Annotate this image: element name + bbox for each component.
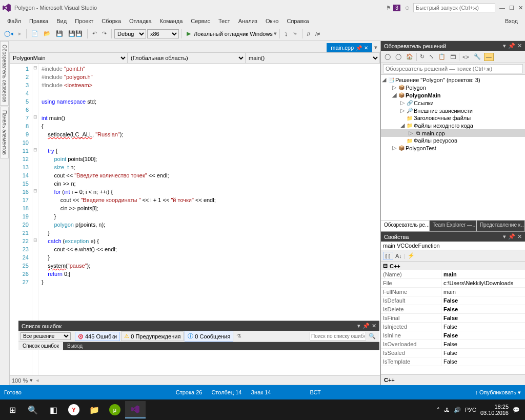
panel-pin-icon[interactable]: 📌: [508, 43, 515, 49]
tree-item[interactable]: ◢📦PolygonMain: [381, 91, 525, 99]
explorer-icon[interactable]: 📁: [84, 401, 105, 418]
config-dropdown[interactable]: Debug: [114, 29, 146, 38]
server-explorer-tab[interactable]: Обозреватель серверов: [0, 41, 9, 106]
minimize-icon[interactable]: —: [499, 5, 505, 11]
show-all-icon[interactable]: 📋: [437, 53, 447, 61]
region-dropdown[interactable]: (Глобальная область): [128, 53, 246, 63]
tab-close-icon[interactable]: ✕: [364, 45, 368, 51]
collapse-cat-icon[interactable]: ⊟: [383, 263, 388, 269]
save-icon[interactable]: 💾: [54, 29, 65, 38]
tab-class-view[interactable]: Представление к…: [477, 221, 525, 231]
refresh-icon[interactable]: ↻: [418, 53, 426, 61]
menu-build[interactable]: Сборка: [97, 17, 125, 25]
menu-project[interactable]: Проект: [71, 17, 97, 25]
start-debug-icon[interactable]: ▶: [185, 29, 193, 38]
new-project-icon[interactable]: 📄: [29, 29, 41, 38]
toolbox-tab[interactable]: Панель элементов: [0, 107, 9, 158]
utorrent-icon[interactable]: μ: [105, 401, 125, 418]
errors-chip[interactable]: ⮾445 Ошибки: [75, 332, 120, 341]
search-icon[interactable]: 🔍: [367, 333, 377, 339]
undo-icon[interactable]: ↶: [90, 29, 99, 38]
uncomment-icon[interactable]: /≠: [313, 30, 322, 38]
tab-main-cpp[interactable]: main.cpp 📌 ✕: [327, 43, 372, 52]
property-row[interactable]: IsDefaultFalse: [381, 296, 525, 305]
collapse-icon[interactable]: ⤡: [428, 53, 435, 61]
categorized-icon[interactable]: ⫿⫿: [383, 252, 393, 260]
menu-window[interactable]: Окно: [261, 17, 283, 25]
property-row[interactable]: FullNamemain: [381, 288, 525, 296]
redo-icon[interactable]: ↷: [100, 29, 109, 38]
error-search-input[interactable]: [310, 332, 366, 341]
menu-team[interactable]: Команда: [156, 17, 187, 25]
menu-debug[interactable]: Отладка: [125, 17, 155, 25]
solution-root[interactable]: ◢📑Решение "Polygon" (проектов: 3): [381, 76, 525, 84]
publish-button[interactable]: ↑ Опубликовать ▾: [475, 389, 521, 396]
yandex-icon[interactable]: Y: [64, 401, 84, 418]
panel-dropdown-icon[interactable]: ▾: [503, 233, 506, 240]
menu-help[interactable]: Справка: [282, 17, 313, 25]
panel-pin-icon[interactable]: 📌: [508, 233, 515, 240]
vs-taskbar-icon[interactable]: [125, 401, 146, 418]
menu-file[interactable]: Файл: [3, 17, 25, 25]
platform-dropdown[interactable]: x86: [147, 29, 179, 38]
zoom-level[interactable]: 100 %: [12, 377, 28, 384]
panel-close-icon[interactable]: ✕: [372, 323, 376, 329]
login-link[interactable]: Вход: [501, 17, 522, 25]
events-icon[interactable]: ⚡: [408, 252, 415, 259]
scope-dropdown[interactable]: PolygonMain: [10, 53, 128, 63]
step-over-icon[interactable]: ⤷: [291, 29, 299, 38]
zoom-dropdown-icon[interactable]: ▾: [30, 377, 33, 384]
panel-close-icon[interactable]: ✕: [517, 43, 522, 49]
nav-back-icon[interactable]: ◯◂: [2, 29, 15, 38]
maximize-icon[interactable]: ☐: [509, 5, 514, 11]
panel-close-icon[interactable]: ✕: [517, 233, 522, 240]
menu-analyze[interactable]: Анализ: [234, 17, 261, 25]
tree-item[interactable]: ▷🔎Внешние зависимости: [381, 107, 525, 114]
property-row[interactable]: Filec:\Users\Nekkily\Downloads: [381, 279, 525, 288]
toggle-icon[interactable]: —: [484, 53, 494, 61]
save-all-icon[interactable]: 💾💾: [66, 29, 85, 38]
search-button[interactable]: 🔍: [23, 401, 43, 418]
tree-item[interactable]: ▷📦PolygonTest: [381, 144, 525, 152]
tray-lang[interactable]: РУС: [465, 407, 476, 413]
feedback-icon[interactable]: ☺: [405, 5, 410, 11]
back-icon[interactable]: ◯: [383, 53, 392, 61]
start-button[interactable]: ⊞: [2, 401, 23, 418]
open-icon[interactable]: 📂: [42, 29, 53, 38]
messages-chip[interactable]: ⓘ0 Сообщения: [185, 331, 233, 342]
pin-icon[interactable]: 📌: [356, 45, 362, 51]
notification-count[interactable]: 3: [393, 5, 400, 11]
window-dropdown-icon[interactable]: ▾: [372, 43, 379, 52]
alpha-icon[interactable]: A↓: [395, 253, 402, 259]
property-row[interactable]: IsInlineFalse: [381, 331, 525, 340]
solution-search-input[interactable]: [383, 64, 523, 73]
view-code-icon[interactable]: <>: [461, 53, 471, 61]
wrench-icon[interactable]: 🔧: [472, 53, 482, 61]
property-row[interactable]: IsDeleteFalse: [381, 305, 525, 314]
menu-test[interactable]: Тест: [214, 17, 234, 25]
property-row[interactable]: IsFinalFalse: [381, 314, 525, 323]
error-scope-dropdown[interactable]: Все решение: [21, 332, 71, 340]
tray-up-icon[interactable]: ˄: [437, 407, 440, 413]
task-view-button[interactable]: ◧: [43, 401, 64, 418]
filter-icon[interactable]: ⚗: [234, 333, 244, 339]
close-icon[interactable]: ✕: [518, 5, 523, 11]
tree-item[interactable]: ▷⧉main.cpp: [381, 129, 525, 137]
nav-fwd-icon[interactable]: ▸: [16, 29, 24, 38]
property-row[interactable]: (Name)main: [381, 270, 525, 279]
tab-error-list[interactable]: Список ошибок: [18, 342, 63, 350]
tree-item[interactable]: ◢📁Файлы исходного кода: [381, 122, 525, 129]
fwd-icon[interactable]: ◯: [394, 53, 403, 61]
tray-notifications-icon[interactable]: 💬: [513, 407, 520, 413]
debugger-target[interactable]: Локальный отладчик Windows: [194, 31, 273, 37]
notification-flag-icon[interactable]: ⚑: [386, 5, 391, 11]
properties-icon[interactable]: 🗔: [449, 53, 457, 61]
property-row[interactable]: IsSealedFalse: [381, 349, 525, 357]
tray-network-icon[interactable]: 🖧: [444, 407, 450, 413]
tree-item[interactable]: ▷📦Polygon: [381, 84, 525, 91]
property-row[interactable]: IsTemplateFalse: [381, 357, 525, 366]
quick-launch-input[interactable]: [413, 3, 495, 12]
tab-output[interactable]: Вывод: [63, 342, 87, 350]
solution-tree[interactable]: ◢📑Решение "Polygon" (проектов: 3) ▷📦Poly…: [381, 75, 525, 220]
step-into-icon[interactable]: ⤵: [282, 30, 290, 38]
